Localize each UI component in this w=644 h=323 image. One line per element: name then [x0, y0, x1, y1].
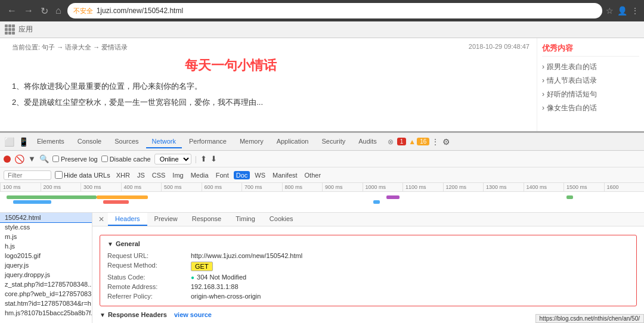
detail-tab-cookies[interactable]: Cookies	[262, 213, 301, 226]
more-icon[interactable]: ⋮	[432, 138, 439, 146]
inspect-icon[interactable]: ⬜	[2, 135, 16, 148]
mark-200: 200 ms	[41, 183, 81, 191]
tab-console[interactable]: Console	[72, 135, 107, 148]
tbar-5	[386, 195, 400, 199]
referrer-policy-row: Referrer Policy: origin-when-cross-origi…	[107, 291, 629, 301]
status-code-row: Status Code: 304 Not Modified	[107, 272, 629, 282]
detail-tab-preview[interactable]: Preview	[147, 213, 185, 226]
mark-800: 800 ms	[282, 183, 323, 191]
filter-manifest[interactable]: Manifest	[270, 171, 300, 179]
sidebar-item-0[interactable]: 跟男生表白的话	[542, 60, 639, 74]
preserve-log-checkbox[interactable]	[52, 156, 59, 162]
filter-icon[interactable]: ▼	[28, 154, 36, 163]
referrer-policy-value: origin-when-cross-origin	[191, 293, 261, 300]
tab-audits[interactable]: Audits	[352, 135, 383, 148]
tab-application[interactable]: Application	[271, 135, 315, 148]
search-icon[interactable]: 🔍	[39, 154, 49, 163]
timeline-bars	[0, 192, 644, 210]
device-icon[interactable]: 📱	[17, 135, 30, 148]
filter-img[interactable]: Img	[170, 171, 185, 179]
apps-button[interactable]: 应用	[5, 24, 33, 35]
filter-media[interactable]: Media	[188, 171, 211, 179]
filter-bar: Hide data URLs XHR JS CSS Img Media Font…	[0, 167, 644, 183]
mark-500: 500 ms	[161, 183, 202, 191]
file-name-1: style.css	[5, 223, 30, 231]
timeline: 100 ms 200 ms 300 ms 400 ms 500 ms 600 m…	[0, 183, 644, 213]
account-icon[interactable]: 👤	[617, 6, 627, 15]
back-button[interactable]: ←	[5, 4, 19, 17]
detail-tab-timing[interactable]: Timing	[228, 213, 262, 226]
hide-data-urls-label[interactable]: Hide data URLs	[55, 171, 110, 179]
record-button[interactable]	[4, 156, 11, 163]
detail-tab-response[interactable]: Response	[185, 213, 229, 226]
settings-icon[interactable]: ⚙	[442, 137, 450, 147]
star-icon[interactable]: ☆	[606, 6, 614, 15]
filter-css[interactable]: CSS	[150, 171, 168, 179]
file-item-3[interactable]: h.js	[0, 241, 92, 251]
filter-input[interactable]	[4, 170, 51, 180]
filter-js[interactable]: JS	[135, 171, 147, 179]
tab-network[interactable]: Network	[146, 135, 182, 148]
tab-performance[interactable]: Performance	[183, 135, 233, 148]
sidebar-item-1[interactable]: 情人节表白话录	[542, 74, 639, 88]
detail-tabs: ✕ Headers Preview Response Timing Cookie…	[92, 213, 644, 226]
file-item-1[interactable]: style.css	[0, 222, 92, 232]
nav-buttons: ← → ↻ ⌂	[5, 4, 64, 18]
disable-cache-checkbox[interactable]	[101, 156, 108, 162]
file-item-8[interactable]: core.php?web_id=127857083...	[0, 289, 92, 299]
tab-security[interactable]: Security	[315, 135, 351, 148]
tbar-6	[373, 200, 380, 204]
address-bar[interactable]: 不安全 1juzi.com/new/150542.html	[67, 3, 602, 18]
tab-sources[interactable]: Sources	[109, 135, 144, 148]
content-line-1: 1、将你放进我心里最重要的位置，用心来刻你的名字。	[12, 79, 450, 93]
network-toolbar: 🚫 ▼ 🔍 Preserve log Disable cache Online …	[0, 151, 644, 167]
mark-1500: 1500 ms	[564, 183, 604, 191]
view-source-link[interactable]: view source	[174, 311, 212, 318]
mark-1000: 1000 ms	[363, 183, 403, 191]
devtools-body: 150542.html style.css m.js h.js logo2015…	[0, 213, 644, 323]
file-name-6: jquery.droppy.js	[5, 271, 50, 278]
filter-ws[interactable]: WS	[252, 171, 268, 179]
file-item-5[interactable]: jquery.js	[0, 260, 92, 270]
disable-cache-text: Disable cache	[110, 156, 151, 163]
file-item-9[interactable]: stat.htm?id=1278570834&r=h...	[0, 299, 92, 308]
file-item-2[interactable]: m.js	[0, 232, 92, 241]
export-icon[interactable]: ⬇	[210, 154, 217, 163]
tab-elements[interactable]: Elements	[31, 135, 70, 148]
disable-cache-label[interactable]: Disable cache	[101, 156, 151, 163]
file-item-0[interactable]: 150542.html	[0, 213, 92, 222]
referrer-policy-label: Referrer Policy:	[107, 293, 191, 300]
file-item-7[interactable]: z_stat.php?id=12785708348...	[0, 279, 92, 289]
refresh-button[interactable]: ↻	[38, 4, 51, 18]
throttle-select[interactable]: Online	[154, 154, 191, 164]
general-header: ▼ General	[107, 240, 629, 247]
sidebar-item-2[interactable]: 好听的情话短句	[542, 88, 639, 101]
content-text: 1、将你放进我心里最重要的位置，用心来刻你的名字。 2、爱是跳破红尘望空秋水，爱…	[12, 79, 450, 110]
filter-font[interactable]: Font	[213, 171, 231, 179]
mark-600: 600 ms	[202, 183, 242, 191]
import-icon[interactable]: ⬆	[200, 154, 207, 163]
file-item-4[interactable]: logo2015.gif	[0, 251, 92, 260]
tab-memory[interactable]: Memory	[234, 135, 270, 148]
file-name-9: stat.htm?id=1278570834&r=h...	[5, 300, 92, 307]
status-hint: https://blog.csdn.net/nthis/chen/an/50/	[535, 314, 644, 323]
warning-badge: 16	[417, 138, 429, 145]
forward-button[interactable]: →	[21, 4, 36, 17]
preserve-log-label[interactable]: Preserve log	[52, 156, 98, 163]
filter-other[interactable]: Other	[302, 171, 324, 179]
filter-doc[interactable]: Doc	[234, 171, 250, 179]
sidebar-title: 优秀内容	[542, 43, 639, 57]
request-url-value: http://www.1juzi.com/new/150542.html	[191, 252, 302, 259]
website-main: 当前位置: 句子 → 语录大全 → 爱情话录 每天一句小情话 1、将你放进我心里…	[0, 38, 462, 131]
close-detail-button[interactable]: ✕	[95, 213, 108, 226]
home-button[interactable]: ⌂	[53, 4, 64, 17]
detail-tab-headers[interactable]: Headers	[108, 213, 147, 226]
hide-data-urls-checkbox[interactable]	[55, 171, 63, 179]
file-item-10[interactable]: hm.js?8107b15bacc25ba8b7f...	[0, 308, 92, 318]
apps-grid-icon	[5, 24, 15, 35]
filter-xhr[interactable]: XHR	[114, 171, 132, 179]
clear-button[interactable]: 🚫	[14, 154, 24, 164]
file-item-6[interactable]: jquery.droppy.js	[0, 270, 92, 279]
menu-icon[interactable]: ⋮	[631, 6, 639, 15]
sidebar-item-3[interactable]: 像女生告白的话	[542, 101, 639, 115]
